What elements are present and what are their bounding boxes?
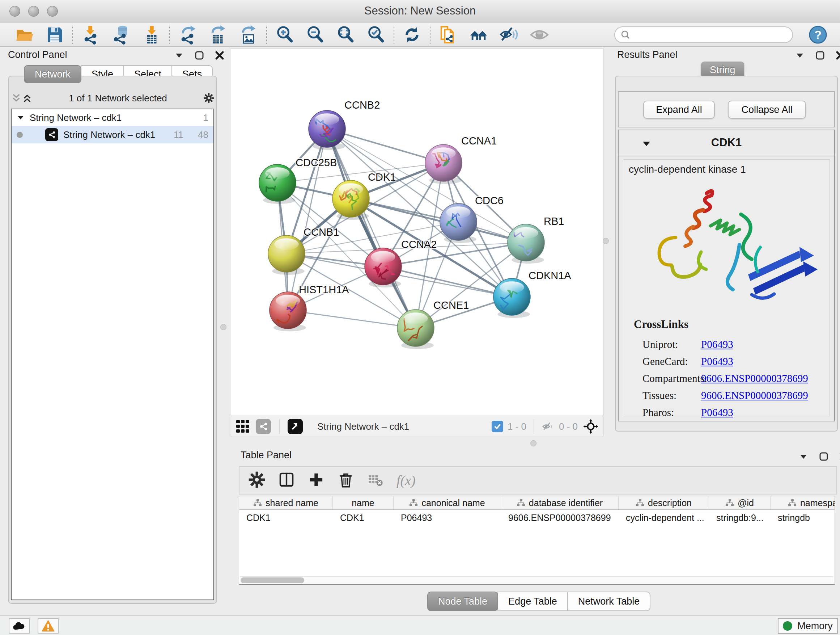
network-share-button[interactable] <box>256 419 271 434</box>
crosslinks-title: CrossLinks <box>634 318 688 331</box>
first-neighbors-button[interactable] <box>468 24 489 45</box>
crosslink-value-link[interactable]: P06493 <box>701 407 733 418</box>
graph-node-CDK1[interactable] <box>332 180 369 220</box>
column-header-database-identifier[interactable]: database identifier <box>501 496 619 509</box>
hide-selected-button[interactable] <box>499 24 519 45</box>
create-column-button[interactable] <box>308 471 325 490</box>
graph-node-CCNA2[interactable] <box>365 248 401 287</box>
open-view-in-window-button[interactable] <box>287 419 303 434</box>
birdseye-view-button[interactable] <box>235 418 251 434</box>
graph-edge-CCNB2-HIST1H1A[interactable] <box>288 129 327 310</box>
window-titlebar: Session: New Session <box>0 0 840 22</box>
table-panel-float-button[interactable] <box>818 451 829 462</box>
graph-node-CDKN1A[interactable] <box>493 279 531 318</box>
table-panel-close-button[interactable] <box>838 451 840 462</box>
zoom-selected-button[interactable] <box>365 24 386 45</box>
expand-all-networks-button[interactable] <box>22 93 33 103</box>
column-label: shared name <box>265 498 318 508</box>
results-panel-close-button[interactable] <box>835 50 840 61</box>
warnings-button[interactable] <box>38 618 58 633</box>
graph-node-CCNE1[interactable] <box>397 310 434 349</box>
table-options-button[interactable] <box>248 471 265 490</box>
tab-network[interactable]: Network <box>24 65 81 83</box>
graph-edge-CCNE1-HIST1H1A[interactable] <box>288 310 416 328</box>
import-network-database-button[interactable] <box>111 24 132 45</box>
table-horizontal-scrollbar[interactable] <box>240 576 833 584</box>
column-header-description[interactable]: description <box>619 496 709 509</box>
memory-button[interactable]: Memory <box>778 618 838 634</box>
network-options-button[interactable] <box>203 93 214 103</box>
crosslink-value-link[interactable]: P06493 <box>701 356 733 367</box>
graph-node-HIST1H1A[interactable] <box>270 292 306 331</box>
open-session-button[interactable] <box>14 24 35 45</box>
graph-edge-CCNB2-CCNE1[interactable] <box>327 129 416 328</box>
show-all-button[interactable] <box>529 24 550 45</box>
table-cell[interactable]: cyclin-dependent ... <box>619 513 709 523</box>
table-cell[interactable]: stringdb:9... <box>709 513 771 523</box>
import-network-file-button[interactable] <box>80 24 101 45</box>
function-builder-button[interactable]: f(x) <box>396 472 416 488</box>
crosslink-value-link[interactable]: 9606.ENSP00000378699 <box>701 372 808 385</box>
zoom-fit-button[interactable] <box>335 24 356 45</box>
column-header--id[interactable]: @id <box>709 496 771 509</box>
table-panel-collapse-button[interactable] <box>798 451 809 462</box>
column-header-name[interactable]: name <box>333 496 393 509</box>
zoom-in-button[interactable] <box>274 24 295 45</box>
tree-expander-icon[interactable] <box>17 114 25 122</box>
open-folder-icon <box>14 25 34 44</box>
scrollbar-thumb[interactable] <box>240 578 304 583</box>
export-network-button[interactable] <box>177 24 198 45</box>
save-session-button[interactable] <box>44 24 65 45</box>
help-button[interactable]: ? <box>807 24 829 45</box>
graph-edge-CCNA2-CDKN1A[interactable] <box>383 266 512 297</box>
table-cell[interactable]: CDK1 <box>333 513 393 523</box>
memory-status-icon <box>783 621 792 631</box>
table-cell[interactable]: P06493 <box>393 513 501 523</box>
tab-network-table[interactable]: Network Table <box>567 592 651 611</box>
horizontal-splitter-handle[interactable] <box>531 440 537 447</box>
tab-edge-table[interactable]: Edge Table <box>497 592 568 611</box>
search-input[interactable] <box>634 29 786 41</box>
apply-preferred-layout-button[interactable] <box>401 24 423 45</box>
right-splitter-handle[interactable] <box>603 238 609 244</box>
tab-node-table[interactable]: Node Table <box>427 592 498 611</box>
show-columns-button[interactable] <box>278 471 295 490</box>
delete-table-button[interactable] <box>367 471 384 490</box>
table-row[interactable]: CDK1CDK1P064939606.ENSP00000378699cyclin… <box>239 510 835 525</box>
graph-node-CDC25B[interactable] <box>259 165 296 204</box>
graph-node-CCNB1[interactable] <box>268 235 305 275</box>
crosslink-value-link[interactable]: 9606.ENSP00000378699 <box>701 390 808 402</box>
cloud-status-button[interactable] <box>9 618 30 633</box>
search-box[interactable] <box>614 27 793 43</box>
graph-node-CCNA1[interactable] <box>425 144 462 184</box>
column-header-canonical-name[interactable]: canonical name <box>393 496 501 509</box>
control-panel-close-button[interactable] <box>214 50 225 61</box>
import-table-file-button[interactable] <box>141 24 162 45</box>
network-canvas[interactable]: CCNB2CCNA1CDC25BCDK1CDC6RB1CCNB1CCNA2CDK… <box>231 48 603 416</box>
new-network-from-selection-button[interactable] <box>438 24 459 45</box>
table-cell[interactable]: CDK1 <box>239 513 333 523</box>
delete-column-button[interactable] <box>337 471 355 490</box>
export-image-button[interactable] <box>238 24 259 45</box>
results-panel-collapse-button[interactable] <box>794 50 805 61</box>
expand-all-button[interactable]: Expand All <box>643 101 715 119</box>
column-header-namespace[interactable]: namespace <box>771 496 835 509</box>
table-cell[interactable]: stringdb <box>771 513 835 523</box>
crosslink-value-link[interactable]: P06493 <box>701 339 733 350</box>
manual-pan-button[interactable] <box>582 418 600 435</box>
selected-checkbox-icon[interactable] <box>492 421 503 432</box>
collapse-all-networks-button[interactable] <box>11 93 22 103</box>
network-collection-row[interactable]: String Network – cdk1 1 <box>11 109 213 126</box>
export-table-button[interactable] <box>208 24 229 45</box>
table-cell[interactable]: 9606.ENSP00000378699 <box>501 513 619 523</box>
graph-node-RB1[interactable] <box>508 224 545 264</box>
network-row[interactable]: String Network – cdk1 11 48 <box>11 126 213 143</box>
left-splitter-handle[interactable] <box>220 324 226 330</box>
collapse-all-button[interactable]: Collapse All <box>728 101 806 119</box>
zoom-out-button[interactable] <box>305 24 325 45</box>
control-panel-collapse-button[interactable] <box>174 50 185 61</box>
column-header-shared-name[interactable]: shared name <box>239 496 333 509</box>
control-panel-float-button[interactable] <box>194 50 205 61</box>
results-panel-float-button[interactable] <box>815 50 826 61</box>
control-panel-title: Control Panel <box>8 49 67 60</box>
